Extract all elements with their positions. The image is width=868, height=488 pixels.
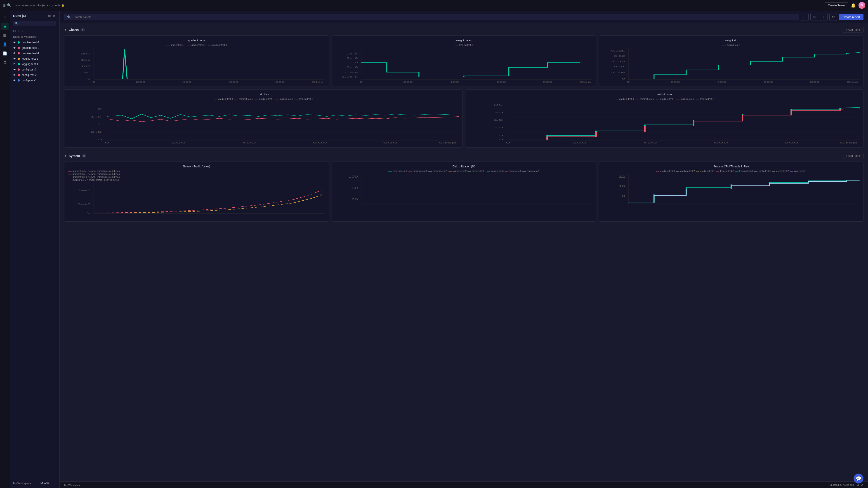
legend-item: gradient-test-2 [234, 98, 253, 100]
sidebar-search-input[interactable] [13, 21, 56, 26]
icon-bar-home[interactable]: ⌂ [1, 13, 8, 21]
updated-text: Updated 22 hours ago [829, 484, 854, 486]
icon-bar-table[interactable]: ▦ [1, 32, 8, 39]
legend-label: logging-test-2 [453, 170, 467, 172]
create-report-button[interactable]: Create report [839, 14, 864, 20]
grid-icon[interactable]: ⊞ [3, 3, 6, 7]
refresh-button[interactable]: ↺ [857, 483, 860, 487]
run-color-indicator [18, 47, 20, 49]
svg-text:0: 0 [105, 141, 110, 144]
icon-bar-chart[interactable]: ◈ [1, 23, 8, 30]
run-name-label: gradient-test-1 [22, 52, 39, 55]
svg-text:10: 10 [493, 126, 503, 129]
run-list-item[interactable]: 👁 gradient-test-2 [10, 45, 59, 51]
chat-bubble-button[interactable]: 💬 [854, 474, 864, 484]
columns-button[interactable]: ≡ [18, 29, 20, 33]
legend-label: logging-test-1 [299, 98, 313, 100]
legend-color [754, 171, 757, 171]
run-list-item[interactable]: 👁 logging-test-1 [10, 61, 59, 67]
charts-toggle[interactable]: ▼ [64, 28, 67, 31]
legend-item: gradient-test-1 Network Traffic Received… [68, 176, 121, 178]
breadcrumb-org[interactable]: groomata-vision [14, 4, 35, 7]
legend-item: config-test-2 [504, 170, 522, 172]
run-list-item[interactable]: 👁 config-test-3 [10, 67, 59, 72]
bell-icon[interactable]: 🔔 [851, 3, 856, 8]
svg-text:20: 20 [493, 111, 503, 113]
main-content: 🔍 ⊡ ⊞ ⊹ ⚙ Create report ▼ Charts 5 + Add… [60, 11, 868, 488]
legend-item: logging-test-1 [467, 170, 486, 172]
svg-text:400: 400 [182, 80, 192, 83]
svg-text:80: 80 [351, 186, 358, 190]
charts-section-name: Charts [69, 28, 79, 32]
legend-label: logging-test-1 [472, 170, 486, 172]
legend-label: logging-test-2 [280, 98, 293, 100]
svg-text:1e-5: 1e-5 [346, 53, 358, 55]
legend-label: logging-test-2 Network Traffic Received … [72, 179, 120, 181]
legend-item: logging-test-1 [455, 44, 473, 46]
icon-bar-person[interactable]: 👤 [1, 41, 8, 48]
legend-item: config-test-1 [522, 170, 539, 172]
breadcrumb-projects[interactable]: Projects [37, 4, 48, 7]
svg-text:0: 0 [87, 211, 90, 214]
svg-text:200: 200 [671, 80, 680, 83]
sort-button[interactable]: ↕ [21, 29, 23, 33]
nav-search-icon[interactable]: 🔍 [7, 3, 11, 7]
legend-item: gradient-test-2 [187, 44, 206, 46]
sidebar-columns-button[interactable]: ⊞ [48, 13, 51, 18]
run-color-indicator [18, 58, 20, 60]
legend-color [388, 171, 392, 171]
chart-weight-norm: weight.norm gradient-test-3 gradient-tes… [465, 90, 864, 148]
legend-label: config-test-3 [491, 170, 504, 172]
svg-text:Step: Step [312, 80, 324, 83]
chart-train-loss-area: 2 1.5 1 0.5 0 0 200 400 600 800 Step [68, 102, 459, 145]
legend-color [504, 171, 508, 171]
filter-button[interactable]: ⊟ [13, 29, 16, 33]
svg-text:Step: Step [579, 80, 591, 83]
workspace-more-button[interactable]: ⋯ [81, 483, 85, 487]
pagination-next[interactable]: › [53, 481, 56, 486]
legend-item: config-test-3 [754, 170, 771, 172]
chart-weight-norm-area: 25 20 15 10 5 0 0 200 400 600 800 Step [469, 102, 860, 145]
reload-button[interactable]: ⟳ [861, 483, 864, 487]
run-list-item[interactable]: 👁 logging-test-2 [10, 56, 59, 61]
main-layout: ⌂ ◈ ▦ 👤 📄 ⚗ Runs (6) ⊞ ⊳ ⊟ ≡ ↕ Name (8 v… [0, 11, 868, 488]
charts-add-panel-button[interactable]: + Add Panel [843, 27, 864, 33]
toolbar-icon-btn-4[interactable]: ⚙ [829, 13, 837, 21]
icon-bar-doc[interactable]: 📄 [1, 50, 8, 57]
toolbar-icon-btn-1[interactable]: ⊡ [801, 13, 809, 21]
top-nav: ⊞ 🔍 groomata-vision › Projects › groovis… [0, 0, 868, 11]
run-list-item[interactable]: 👁 gradient-test-3 [10, 40, 59, 45]
toolbar-icon-btn-2[interactable]: ⊞ [810, 13, 818, 21]
search-panels-input[interactable] [72, 15, 796, 19]
legend-color [428, 171, 432, 171]
search-icon: 🔍 [67, 15, 71, 19]
avatar[interactable]: G [859, 2, 865, 9]
pagination-prev[interactable]: ‹ [50, 481, 53, 486]
system-toggle[interactable]: ▼ [64, 154, 67, 158]
workspace-label: My Workspace [13, 482, 31, 485]
create-team-button[interactable]: Create Team [825, 2, 848, 8]
legend-label: gradient-test-3 [218, 98, 233, 100]
svg-text:0.005: 0.005 [611, 71, 625, 73]
svg-text:25: 25 [493, 103, 503, 106]
svg-text:400: 400 [717, 80, 726, 83]
run-list-item[interactable]: 👁 config-test-2 [10, 72, 59, 78]
svg-text:0.015: 0.015 [611, 60, 625, 62]
svg-text:5: 5 [498, 134, 503, 136]
system-add-panel-button[interactable]: + Add Panel [843, 153, 864, 159]
legend-label: gradient-test-1 Network Traffic Received… [72, 176, 121, 178]
legend-color [487, 171, 490, 171]
breadcrumb-current-name[interactable]: groovis [51, 4, 60, 7]
system-section-name: System [69, 154, 80, 158]
run-list-item[interactable]: 👁 gradient-test-1 [10, 51, 59, 56]
svg-text:0: 0 [360, 80, 363, 83]
sidebar-expand-button[interactable]: ⊳ [53, 13, 56, 18]
svg-text:Step: Step [846, 80, 859, 83]
legend-item: gradient-test-2 [635, 98, 654, 100]
icon-bar-beaker[interactable]: ⚗ [1, 59, 8, 66]
status-right: Updated 22 hours ago ↺ ⟳ [829, 483, 864, 487]
system-section-header: ▼ System 8 + Add Panel [64, 153, 864, 159]
run-list-item[interactable]: 👁 config-test-1 [10, 78, 59, 83]
toolbar-icon-btn-3[interactable]: ⊹ [820, 13, 828, 21]
run-eye-icon: 👁 [13, 52, 16, 55]
